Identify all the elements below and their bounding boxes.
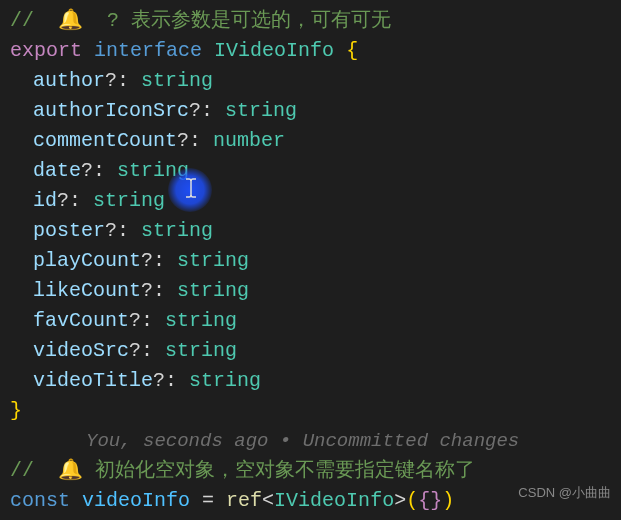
member-row: likeCount?: string	[10, 276, 611, 306]
code-editor[interactable]: // 🔔 ? 表示参数是可选的，可有可无 export interface IV…	[10, 6, 611, 516]
member-row: authorIconSrc?: string	[10, 96, 611, 126]
member-row: commentCount?: number	[10, 126, 611, 156]
member-row: id?: string	[10, 186, 611, 216]
member-row: favCount?: string	[10, 306, 611, 336]
member-row: playCount?: string	[10, 246, 611, 276]
gitlens-annotation: You, seconds ago • Uncommitted changes	[10, 426, 611, 456]
interface-decl: export interface IVideoInfo {	[10, 36, 611, 66]
member-row: videoTitle?: string	[10, 366, 611, 396]
interface-close: }	[10, 396, 611, 426]
watermark: CSDN @小曲曲	[518, 478, 611, 508]
member-row: author?: string	[10, 66, 611, 96]
comment-top: // 🔔 ? 表示参数是可选的，可有可无	[10, 6, 611, 36]
member-row: poster?: string	[10, 216, 611, 246]
member-row: date?: string	[10, 156, 611, 186]
member-row: videoSrc?: string	[10, 336, 611, 366]
